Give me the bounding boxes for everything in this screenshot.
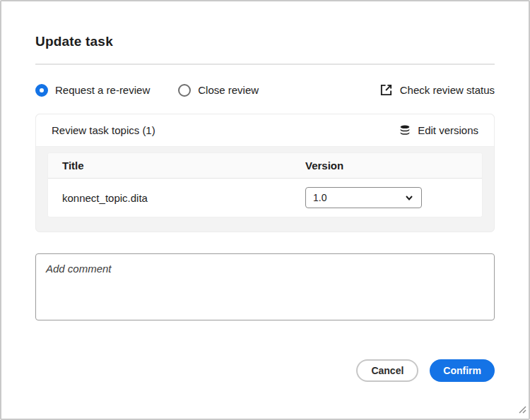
dialog-actions: Cancel Confirm [35,359,495,382]
edit-versions-button[interactable]: Edit versions [399,124,478,137]
database-icon [399,124,411,137]
cancel-button[interactable]: Cancel [356,359,418,382]
dialog-title: Update task [35,34,495,49]
topics-panel-body: Title Version konnect_topic.dita 1.0 [36,147,494,232]
resize-handle[interactable] [517,404,526,416]
check-review-status-button[interactable]: Check review status [379,83,495,97]
chevron-down-icon [404,193,414,203]
column-header-title: Title [62,160,305,172]
topics-panel-title: Review task topics (1) [52,124,155,136]
confirm-button[interactable]: Confirm [430,359,495,382]
check-review-status-label: Check review status [400,84,495,96]
radio-request-rereview[interactable]: Request a re-review [35,84,150,97]
update-task-dialog: Update task Request a re-review Close re… [0,0,530,420]
topic-title: konnect_topic.dita [62,192,305,204]
radio-checked-icon [35,84,48,97]
radio-unchecked-icon [178,84,191,97]
topics-panel-header: Review task topics (1) Edit versions [36,114,494,147]
review-topics-panel: Review task topics (1) Edit versions [35,114,495,232]
radio-request-rereview-label: Request a re-review [55,84,150,96]
table-header-row: Title Version [48,153,482,179]
comment-input[interactable] [35,253,495,320]
arrow-out-of-box-icon [379,83,393,97]
review-options-row: Request a re-review Close review Check r… [35,83,495,97]
version-select[interactable]: 1.0 [305,187,422,208]
divider [35,64,495,65]
radio-close-review-label: Close review [198,84,259,96]
edit-versions-label: Edit versions [418,124,478,136]
table-row: konnect_topic.dita 1.0 [48,179,482,217]
version-select-value: 1.0 [313,192,326,203]
column-header-version: Version [305,160,468,172]
radio-close-review[interactable]: Close review [178,84,259,97]
topics-table: Title Version konnect_topic.dita 1.0 [47,152,483,217]
